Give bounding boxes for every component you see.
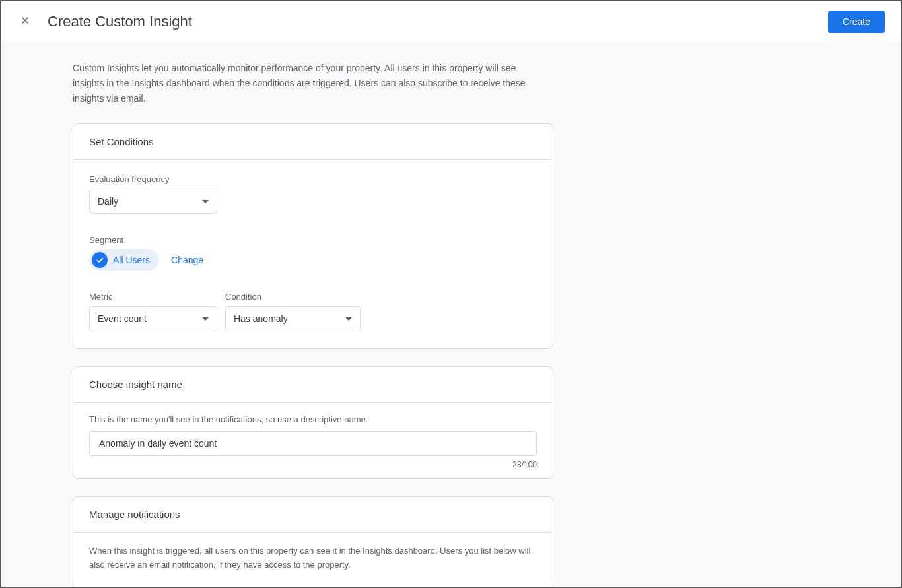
frequency-select[interactable]: Daily — [89, 189, 217, 214]
insight-name-input[interactable] — [89, 431, 537, 456]
condition-select[interactable]: Has anomaly — [225, 306, 361, 331]
segment-chip[interactable]: All Users — [89, 249, 159, 271]
char-counter: 28/100 — [89, 460, 537, 469]
content-area: Custom Insights let you automatically mo… — [1, 42, 901, 587]
close-icon — [19, 15, 31, 29]
set-conditions-card: Set Conditions Evaluation frequency Dail… — [73, 123, 553, 349]
intro-text: Custom Insights let you automatically mo… — [73, 61, 548, 106]
card-title-conditions: Set Conditions — [89, 136, 537, 147]
change-segment-button[interactable]: Change — [171, 255, 203, 265]
name-help-text: This is the name you'll see in the notif… — [89, 414, 537, 424]
header: Create Custom Insight Create — [1, 1, 901, 42]
manage-notifications-card: Manage notifications When this insight i… — [73, 496, 553, 587]
card-title-name: Choose insight name — [89, 379, 537, 390]
metric-select[interactable]: Event count — [89, 306, 217, 331]
segment-chip-label: All Users — [113, 255, 150, 265]
condition-value: Has anomaly — [234, 313, 288, 324]
notifications-description: When this insight is triggered, all user… — [89, 544, 537, 572]
segment-label: Segment — [89, 235, 537, 245]
frequency-value: Daily — [98, 196, 118, 207]
condition-label: Condition — [225, 292, 361, 302]
chevron-down-icon — [202, 317, 209, 321]
check-icon — [92, 252, 108, 268]
chevron-down-icon — [202, 200, 209, 203]
card-title-notifications: Manage notifications — [89, 509, 537, 520]
create-button[interactable]: Create — [828, 11, 885, 33]
choose-name-card: Choose insight name This is the name you… — [73, 366, 553, 479]
frequency-label: Evaluation frequency — [89, 174, 537, 184]
metric-label: Metric — [89, 292, 217, 302]
page-title: Create Custom Insight — [48, 13, 828, 30]
metric-value: Event count — [98, 313, 147, 324]
close-button[interactable] — [17, 14, 33, 30]
chevron-down-icon — [345, 317, 352, 321]
